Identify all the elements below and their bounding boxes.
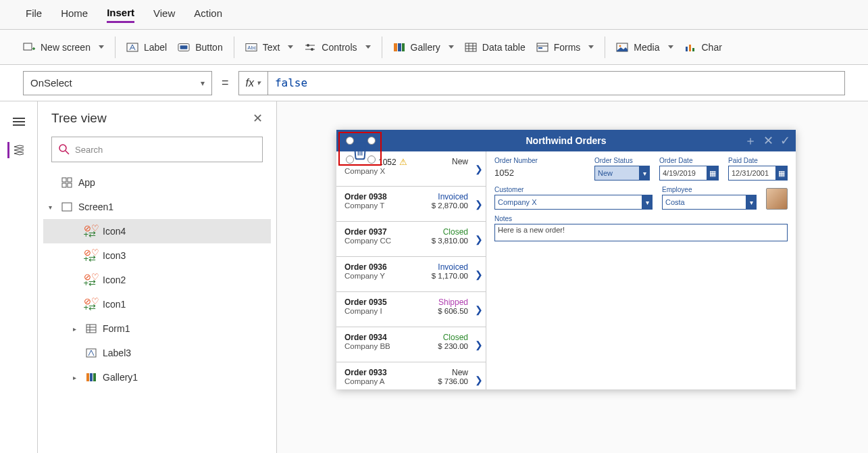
lbl-notes: Notes xyxy=(494,215,788,222)
chevron-down-icon: ▾ xyxy=(746,195,757,210)
property-dropdown[interactable]: OnSelect ▾ xyxy=(23,71,212,95)
order-company: Company A xyxy=(344,377,384,385)
tv-node-form1[interactable]: ▸Form1 xyxy=(43,316,271,341)
order-list[interactable]: 1052⚠NewCompany X❯Order 0938InvoicedComp… xyxy=(336,151,486,389)
order-list-item[interactable]: Order 0933NewCompany A$ 736.00❯ xyxy=(336,362,486,389)
order-list-item[interactable]: Order 0936InvoicedCompany Y$ 1,170.00❯ xyxy=(336,257,486,292)
tv-node-icon4[interactable]: ⊘♡+⇄Icon4 xyxy=(43,219,271,243)
employee-dropdown[interactable]: Costa ▾ xyxy=(662,195,757,210)
order-company: Company T xyxy=(344,201,384,210)
ribbon-media-button[interactable]: Media xyxy=(616,41,673,53)
order-status: Invoiced xyxy=(438,192,478,201)
svg-point-31 xyxy=(59,145,66,151)
chevron-right-icon[interactable]: ❯ xyxy=(475,375,483,385)
charts-icon xyxy=(684,41,696,53)
svg-rect-35 xyxy=(62,183,66,187)
menu-insert[interactable]: Insert xyxy=(107,7,134,23)
screen-add-icon xyxy=(23,41,35,53)
tv-node-icon2[interactable]: ⊘♡+⇄Icon2 xyxy=(43,268,271,292)
order-company: Company BB xyxy=(344,342,390,350)
order-number: Order 0934 xyxy=(344,333,387,342)
ribbon-charts-label: Char xyxy=(702,42,722,53)
expand-icon[interactable]: ▸ xyxy=(73,325,80,333)
formula-input[interactable]: false xyxy=(267,71,845,95)
order-list-item[interactable]: Order 0934ClosedCompany BB$ 230.00❯ xyxy=(336,327,486,362)
tv-node-label: Label3 xyxy=(103,348,131,358)
treeview-search[interactable]: Search xyxy=(51,137,263,162)
order-list-item[interactable]: Order 0937ClosedCompany CC$ 3,810.00❯ xyxy=(336,222,486,257)
ribbon-datatable-label: Data table xyxy=(482,42,526,53)
menu-file[interactable]: File xyxy=(26,7,42,22)
chevron-right-icon[interactable]: ❯ xyxy=(475,164,483,174)
order-list-item[interactable]: Order 0935ShippedCompany I$ 606.50❯ xyxy=(336,292,486,327)
lbl-customer: Customer xyxy=(494,186,653,193)
order-list-item[interactable]: Order 0938InvoicedCompany T$ 2,870.00❯ xyxy=(336,187,486,222)
cancel-icon[interactable]: ✕ xyxy=(763,133,773,148)
app-titlebar: Northwind Orders ＋ ✕ ✓ xyxy=(336,130,796,151)
tv-node-icon3[interactable]: ⊘♡+⇄Icon3 xyxy=(43,243,271,268)
order-price: $ 230.00 xyxy=(438,342,478,350)
svg-rect-45 xyxy=(93,373,96,381)
menu-view[interactable]: View xyxy=(153,7,175,22)
svg-rect-22 xyxy=(538,47,542,49)
paid-date-input[interactable]: 12/31/2001 ▦ xyxy=(728,166,788,181)
svg-rect-14 xyxy=(402,43,405,51)
svg-text:Abc: Abc xyxy=(247,44,256,50)
chevron-right-icon[interactable]: ❯ xyxy=(475,234,483,245)
calendar-icon: ▦ xyxy=(775,166,788,181)
order-number-value: 1052 xyxy=(494,166,585,178)
tv-node-icon1[interactable]: ⊘♡+⇄Icon1 xyxy=(43,292,271,316)
svg-rect-27 xyxy=(692,48,694,51)
order-status: New xyxy=(452,368,478,377)
close-icon[interactable]: ✕ xyxy=(253,111,263,126)
chevron-right-icon[interactable]: ❯ xyxy=(475,269,483,280)
svg-rect-43 xyxy=(86,373,89,381)
svg-point-9 xyxy=(307,44,309,47)
canvas-area[interactable]: Northwind Orders ＋ ✕ ✓ 1052⚠NewCompany X… xyxy=(277,101,868,453)
ribbon-charts-button[interactable]: Char xyxy=(684,41,722,53)
add-order-icon[interactable]: ＋ xyxy=(744,133,757,149)
ribbon-label-button[interactable]: Label xyxy=(126,41,167,53)
order-company: Company I xyxy=(344,307,382,315)
ribbon-button[interactable]: Button xyxy=(178,41,222,53)
confirm-icon[interactable]: ✓ xyxy=(780,133,790,148)
hamburger-icon[interactable] xyxy=(11,114,27,130)
new-screen-button[interactable]: New screen xyxy=(23,41,104,53)
notes-input[interactable]: Here is a new order! xyxy=(494,224,788,241)
order-date-input[interactable]: 4/19/2019 ▦ xyxy=(659,166,719,181)
order-status: Shipped xyxy=(438,297,478,307)
tv-node-label3[interactable]: Label3 xyxy=(43,341,271,365)
chevron-right-icon[interactable]: ❯ xyxy=(475,304,483,315)
order-status-dropdown[interactable]: New ▾ xyxy=(594,166,650,181)
tv-node-app[interactable]: App xyxy=(43,170,271,195)
order-number: Order 0933 xyxy=(344,368,387,377)
button-icon xyxy=(178,41,190,53)
svg-point-24 xyxy=(619,45,621,47)
form-icon xyxy=(85,323,97,335)
chevron-down-icon: ▾ xyxy=(257,78,261,87)
tv-node-label: Gallery1 xyxy=(103,372,138,383)
tv-node-screen1[interactable]: ▾ Screen1 xyxy=(43,195,271,219)
menu-home[interactable]: Home xyxy=(61,7,88,22)
fx-label[interactable]: fx ▾ xyxy=(238,71,267,95)
selection-box xyxy=(338,132,382,166)
order-status: Closed xyxy=(443,227,478,237)
treeview-tab-icon[interactable] xyxy=(7,142,24,158)
chevron-right-icon[interactable]: ❯ xyxy=(475,339,483,350)
tv-node-gallery1[interactable]: ▸Gallery1 xyxy=(43,365,271,389)
svg-rect-15 xyxy=(465,43,476,51)
menu-action[interactable]: Action xyxy=(194,7,222,22)
ribbon-gallery-button[interactable]: Gallery xyxy=(393,41,454,53)
expand-icon[interactable]: ▸ xyxy=(73,374,80,381)
order-number: Order 0937 xyxy=(344,227,387,237)
collapse-icon[interactable]: ▾ xyxy=(49,204,55,211)
equals-label: = xyxy=(222,76,229,90)
customer-dropdown[interactable]: Company X ▾ xyxy=(494,195,653,210)
ribbon-forms-button[interactable]: Forms xyxy=(536,41,594,53)
new-screen-label: New screen xyxy=(41,42,91,53)
chevron-right-icon[interactable]: ❯ xyxy=(475,199,483,210)
ribbon: New screen Label Button Abc Text xyxy=(0,30,868,65)
ribbon-text-button[interactable]: Abc Text xyxy=(245,41,294,53)
ribbon-datatable-button[interactable]: Data table xyxy=(465,41,526,53)
ribbon-controls-button[interactable]: Controls xyxy=(304,41,370,53)
